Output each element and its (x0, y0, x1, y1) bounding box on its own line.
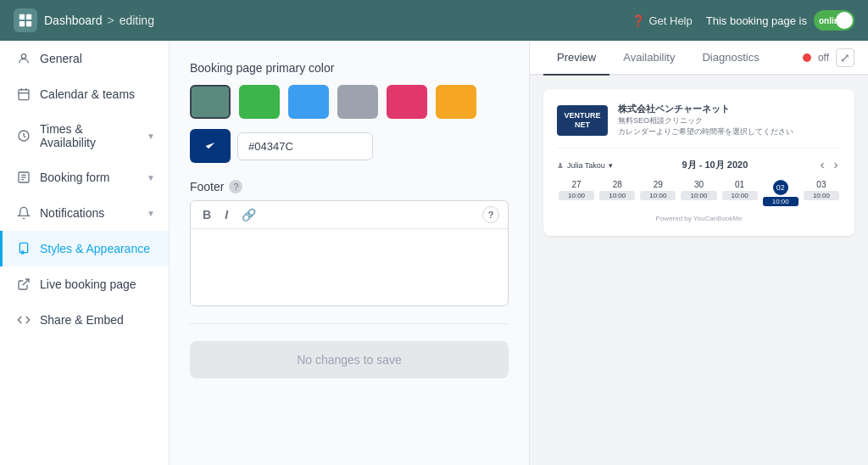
calendar-prev[interactable] (817, 160, 827, 171)
color-swatch-green[interactable] (239, 85, 280, 119)
sidebar-item-label: General (40, 52, 82, 65)
clock-icon (16, 128, 31, 143)
color-section-label: Booking page primary color (190, 61, 509, 75)
breadcrumb: Dashboard > editing (44, 14, 154, 27)
company-name: 株式会社ベンチャーネット (618, 103, 793, 115)
sidebar-item-share-embed[interactable]: Share & Embed (0, 302, 169, 338)
person-icon (16, 51, 31, 66)
app-logo[interactable] (14, 8, 37, 32)
svg-rect-5 (19, 90, 29, 100)
cal-day-28: 28 10:00 (598, 178, 637, 208)
cal-day-27: 27 10:00 (557, 178, 596, 208)
cal-day-30: 30 10:00 (679, 178, 718, 208)
breadcrumb-sep: > (108, 14, 114, 27)
sidebar-item-notifications[interactable]: Notifications ▼ (0, 195, 169, 231)
color-swatch-orange[interactable] (436, 85, 476, 119)
sidebar-item-label: Styles & Appearance (40, 242, 150, 255)
svg-rect-3 (26, 21, 31, 26)
svg-point-4 (21, 54, 25, 59)
help-button[interactable]: ❓ Get Help (632, 14, 692, 27)
brush-icon (16, 241, 31, 256)
color-swatch-teal[interactable] (190, 85, 231, 119)
chevron-down-icon: ▼ (147, 209, 155, 218)
tab-availability[interactable]: Availability (609, 41, 688, 76)
preview-card: VENTURENET 株式会社ベンチャーネット 無料SEO相談クリニック カレン… (543, 89, 854, 236)
footer-toolbar: B I 🔗 ? (191, 201, 508, 229)
booking-page-status: This booking page is online (706, 10, 854, 31)
breadcrumb-home[interactable]: Dashboard (44, 14, 103, 27)
color-swatches (190, 85, 509, 119)
calendar-next[interactable] (831, 160, 841, 171)
logo-text: VENTURENET (564, 111, 600, 130)
breadcrumb-current: editing (120, 14, 154, 27)
code-icon (16, 312, 31, 328)
preview-tabs: Preview Availability Diagnostics off ⤢ (530, 41, 868, 76)
tab-preview[interactable]: Preview (543, 41, 609, 76)
expand-button[interactable]: ⤢ (836, 48, 854, 67)
color-input-row (190, 129, 509, 163)
navbar-right: ❓ Get Help This booking page is online (632, 10, 854, 31)
cal-arrows (817, 160, 841, 171)
cal-assignee: Julia Takou ▾ (557, 161, 613, 170)
chevron-down-icon: ▼ (147, 132, 155, 141)
footer-label-row: Footer ? (190, 180, 509, 193)
footer-body[interactable] (191, 229, 508, 305)
chevron-down-icon: ▼ (147, 173, 155, 182)
sidebar-item-label: Share & Embed (40, 313, 124, 327)
form-icon (16, 170, 31, 185)
bell-icon (16, 205, 31, 221)
sidebar-item-live-booking[interactable]: Live booking page (0, 266, 169, 302)
company-detail: カレンダーよりご希望の時間帯を選択してください (618, 126, 793, 137)
content-area: Booking page primary color Footer ? B I (170, 41, 529, 465)
hex-color-input[interactable] (237, 132, 373, 160)
preview-footer: Powered by YouCanBookMe (557, 215, 841, 222)
color-swatch-blue[interactable] (288, 85, 329, 119)
preview-panel: Preview Availability Diagnostics off ⤢ V… (529, 41, 868, 465)
calendar-icon (16, 87, 31, 102)
calendar-grid: 27 10:00 28 10:00 29 10:00 30 (557, 178, 841, 208)
sidebar-item-label: Times & Availability (40, 122, 138, 149)
italic-button[interactable]: I (221, 206, 231, 223)
preview-content: VENTURENET 株式会社ベンチャーネット 無料SEO相談クリニック カレン… (530, 76, 868, 465)
avail-toggle-label: off (818, 52, 829, 64)
footer-help-icon[interactable]: ? (229, 180, 242, 193)
cal-day-01: 01 10:00 (721, 178, 760, 208)
calendar-week: 27 10:00 28 10:00 29 10:00 30 (557, 178, 841, 208)
sidebar-item-label: Live booking page (40, 277, 136, 291)
link-button[interactable]: 🔗 (238, 206, 259, 223)
tab-diagnostics[interactable]: Diagnostics (688, 41, 772, 76)
svg-point-15 (559, 163, 562, 165)
cal-month-label: 9月 - 10月 2020 (682, 159, 748, 171)
status-label: This booking page is (706, 14, 807, 27)
sidebar-item-times-availability[interactable]: Times & Availability ▼ (0, 112, 169, 160)
cal-day-02[interactable]: 02 10:00 (761, 178, 800, 208)
availability-indicator (803, 53, 811, 62)
sidebar-item-label: Booking form (40, 171, 109, 184)
save-button: No changes to save (190, 341, 509, 378)
bold-button[interactable]: B (199, 206, 214, 223)
selected-color-preview[interactable] (190, 129, 231, 163)
divider (190, 323, 509, 324)
navbar-left: Dashboard > editing (14, 8, 154, 32)
sidebar-item-general[interactable]: General (0, 41, 169, 76)
color-swatch-gray[interactable] (337, 85, 378, 119)
link-icon (16, 277, 31, 292)
cal-day-29: 29 10:00 (638, 178, 677, 208)
navbar: Dashboard > editing ❓ Get Help This book… (0, 0, 868, 41)
footer-label-text: Footer (190, 180, 224, 193)
company-info: 株式会社ベンチャーネット 無料SEO相談クリニック カレンダーよりご希望の時間帯… (618, 103, 793, 137)
online-toggle[interactable]: online (814, 10, 854, 31)
sidebar-item-booking-form[interactable]: Booking form ▼ (0, 160, 169, 195)
sidebar-item-label: Notifications (40, 206, 104, 220)
color-swatch-pink[interactable] (387, 85, 427, 119)
toggle-label: online (819, 16, 843, 25)
editor-help-button[interactable]: ? (482, 206, 499, 223)
cal-day-03: 03 10:00 (802, 178, 841, 208)
sidebar-item-styles-appearance[interactable]: Styles & Appearance (0, 231, 169, 266)
sidebar: General Calendar & teams Times & Availab… (0, 41, 170, 465)
main-layout: General Calendar & teams Times & Availab… (0, 41, 868, 465)
sidebar-item-calendar-teams[interactable]: Calendar & teams (0, 76, 169, 112)
svg-rect-0 (19, 14, 25, 20)
company-sub: 無料SEO相談クリニック (618, 115, 793, 126)
svg-rect-2 (19, 21, 25, 26)
